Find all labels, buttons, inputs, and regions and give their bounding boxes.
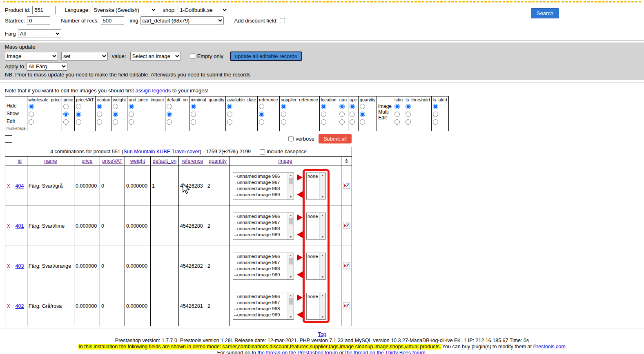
multi-image-edit-icon[interactable]: 7 (343, 182, 350, 189)
radio-quantity-edit[interactable] (360, 119, 365, 125)
listbox-scrollbar[interactable]: ▲ ▼ (287, 293, 294, 319)
radio-ls_threshold-show[interactable] (406, 112, 411, 117)
assign-image-button[interactable] (297, 254, 303, 261)
radio-ls_alert-hide[interactable] (433, 104, 438, 109)
available-images-listbox[interactable]: --unnamed image 966--unnamed image 967--… (233, 253, 294, 280)
assigned-images-listbox[interactable]: none ▲ ▼ (306, 213, 326, 240)
radio-upc-edit[interactable] (350, 119, 355, 125)
listbox-scrollbar[interactable]: ▲ ▼ (287, 173, 294, 199)
radio-minimal_quantity-hide[interactable] (191, 104, 196, 109)
assign-image-button[interactable] (297, 294, 303, 301)
scroll-down-icon[interactable]: ▼ (321, 315, 324, 319)
image-option[interactable]: --unnamed image 966 (233, 173, 287, 179)
radio-weight-show[interactable] (113, 112, 118, 117)
radio-ecotax-hide[interactable] (97, 104, 102, 109)
radio-weight-edit[interactable] (113, 119, 118, 125)
radio-location-show[interactable] (321, 112, 326, 117)
listbox-scrollbar[interactable]: ▲ ▼ (319, 213, 325, 239)
update-all-records-button[interactable]: update all editable records (230, 52, 302, 61)
product-id-input[interactable] (32, 6, 56, 14)
image-option[interactable]: --unnamed image 966 (233, 253, 287, 260)
scroll-thumb[interactable] (289, 298, 293, 305)
scroll-down-icon[interactable]: ▼ (290, 315, 292, 319)
apply-to-select[interactable]: All Färg (27, 62, 67, 71)
verbose-checkbox[interactable] (288, 136, 294, 141)
scroll-up-icon[interactable]: ▲ (321, 253, 324, 258)
scroll-up-icon[interactable]: ▲ (290, 293, 292, 298)
assign-image-button[interactable] (297, 174, 303, 181)
radio-supplier_reference-show[interactable] (281, 112, 286, 117)
radio-wholesale_price-hide[interactable] (29, 104, 34, 109)
sort-link-id[interactable]: id (18, 158, 22, 164)
assigned-images-listbox[interactable]: none ▲ ▼ (306, 173, 326, 199)
radio-default_on-edit[interactable] (167, 119, 172, 125)
scroll-thumb[interactable] (289, 258, 293, 264)
farg-select[interactable]: All (18, 29, 61, 38)
radio-quantity-show[interactable] (360, 112, 365, 117)
assign-image-button[interactable] (297, 214, 303, 221)
combination-id-link[interactable]: 404 (16, 183, 24, 189)
empty-only-checkbox[interactable] (190, 54, 195, 59)
radio-available_date-hide[interactable] (227, 104, 232, 109)
assigned-option[interactable]: none (307, 294, 319, 300)
assigned-option[interactable]: none (307, 213, 319, 220)
product-link[interactable]: Sun Mountain KUBE Travel cover (123, 149, 199, 155)
sort-updown-icon[interactable]: ⇕ (344, 158, 349, 164)
listbox-scrollbar[interactable]: ▲ ▼ (319, 173, 325, 199)
shop-select[interactable]: 1-Golfbutik.se (178, 6, 228, 14)
listbox-scrollbar[interactable]: ▲ ▼ (287, 213, 294, 239)
scroll-down-icon[interactable]: ▼ (321, 275, 324, 279)
radio-quantity-hide[interactable] (360, 104, 365, 109)
sort-link-quantity[interactable]: quantity (209, 158, 227, 164)
radio-reference-edit[interactable] (259, 119, 264, 125)
radio-location-edit[interactable] (321, 119, 326, 125)
radio-ecotax-show[interactable] (97, 112, 102, 117)
scroll-up-icon[interactable]: ▲ (290, 213, 292, 217)
radio-wholesale_price-show[interactable] (29, 112, 34, 117)
radio-ean-hide[interactable] (339, 104, 345, 109)
image-option[interactable]: --unnamed image 969 (233, 232, 287, 238)
radio-unit_price_impact-edit[interactable] (129, 119, 134, 125)
radio-ls_alert-edit[interactable] (433, 119, 438, 125)
discount-checkbox[interactable] (280, 18, 285, 23)
radio-isbn-hide[interactable] (394, 104, 400, 109)
assign-legends-link[interactable]: assign legends (135, 87, 171, 94)
image-option[interactable]: --unnamed image 967 (233, 260, 287, 266)
multi-image-edit-icon[interactable]: 7 (343, 262, 350, 269)
radio-upc-show[interactable] (350, 112, 355, 117)
image-option[interactable]: --unnamed image 968 (233, 266, 287, 272)
combination-id-link[interactable]: 403 (16, 263, 24, 269)
prestools-link[interactable]: Prestools.com (533, 344, 565, 350)
select-all-box[interactable] (5, 135, 12, 143)
image-option[interactable]: --unnamed image 969 (233, 272, 287, 278)
listbox-scrollbar[interactable]: ▲ ▼ (319, 253, 325, 279)
sort-link-name[interactable]: name (44, 158, 57, 164)
scroll-up-icon[interactable]: ▲ (290, 253, 292, 258)
assigned-images-listbox[interactable]: none ▲ ▼ (306, 293, 326, 320)
combination-id-link[interactable]: 401 (16, 223, 24, 229)
image-option[interactable]: --unnamed image 968 (233, 306, 287, 312)
radio-ls_threshold-hide[interactable] (406, 104, 411, 109)
support-link-thirtybees[interactable]: the thread on the Thirty Bees forum (345, 350, 425, 354)
scroll-up-icon[interactable]: ▲ (321, 173, 324, 177)
radio-reference-show[interactable] (259, 112, 264, 117)
sort-link-price[interactable]: price (81, 158, 92, 164)
image-option[interactable]: --unnamed image 968 (233, 186, 287, 192)
radio-priceVAT-edit[interactable] (76, 119, 81, 125)
radio-price-edit[interactable] (63, 119, 69, 125)
image-option[interactable]: --unnamed image 967 (233, 220, 287, 226)
scroll-up-icon[interactable]: ▲ (290, 173, 292, 177)
delete-combination-link[interactable]: X (7, 303, 10, 309)
listbox-scrollbar[interactable]: ▲ ▼ (287, 253, 294, 279)
image-option[interactable]: --unnamed image 968 (233, 226, 287, 232)
delete-combination-link[interactable]: X (7, 183, 10, 189)
multi-image-edit-icon[interactable]: 7 (343, 222, 350, 229)
radio-unit_price_impact-show[interactable] (129, 112, 134, 117)
support-link-prestashop[interactable]: the thread on the Prestashop forum (258, 350, 338, 354)
radio-reference-hide[interactable] (259, 104, 264, 109)
sort-link-priceVAT[interactable]: priceVAT (102, 158, 123, 164)
available-images-listbox[interactable]: --unnamed image 966--unnamed image 967--… (233, 293, 294, 320)
radio-priceVAT-hide[interactable] (76, 104, 81, 109)
include-baseprice-checkbox[interactable] (260, 149, 265, 155)
radio-price-show[interactable] (63, 112, 69, 117)
